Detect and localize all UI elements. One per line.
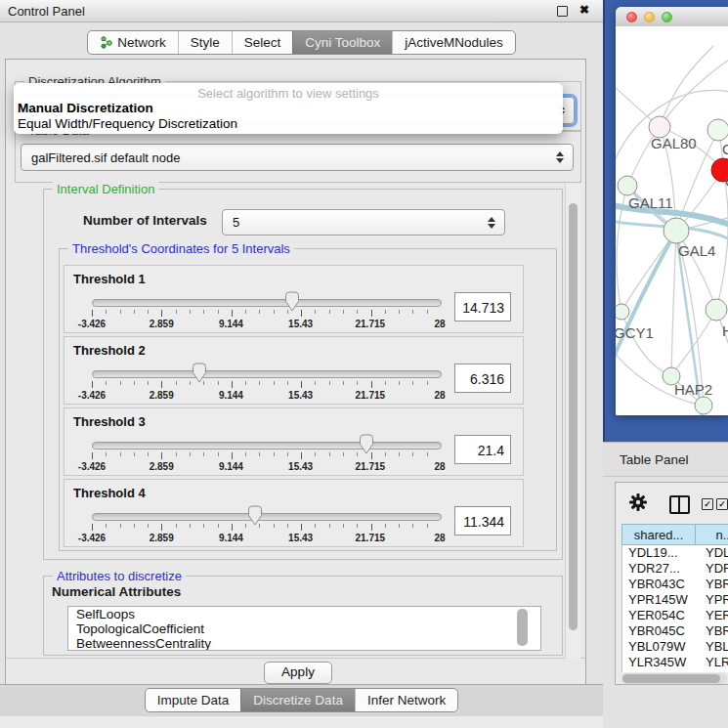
apply-button[interactable]: Apply bbox=[264, 662, 332, 684]
table-cell: YBL079W bbox=[622, 639, 703, 655]
column-header-shared-name[interactable]: shared... bbox=[621, 524, 696, 545]
tab-jactivemnodules[interactable]: jActiveMNodules bbox=[392, 31, 515, 54]
control-panel-tabs: Network Style Select Cyni Toolbox jActiv… bbox=[0, 30, 603, 55]
tick-label: 2.859 bbox=[150, 319, 174, 329]
dropdown-placeholder-item[interactable]: Select algorithm to view settings bbox=[14, 86, 563, 101]
tick-label: -3.426 bbox=[78, 533, 106, 543]
table-row[interactable]: YBR043CYBR0... bbox=[622, 577, 728, 592]
tab-infer-network[interactable]: Infer Network bbox=[355, 689, 457, 711]
slider-track[interactable] bbox=[92, 442, 442, 450]
network-window[interactable]: GAL80GACGAL11GAL4GCY1HHAP2 bbox=[616, 7, 728, 415]
horizontal-scrollbar[interactable] bbox=[621, 673, 727, 684]
table-panel-header: Table Panel bbox=[603, 442, 728, 477]
tab-discretize-data[interactable]: Discretize Data bbox=[240, 689, 355, 711]
tab-select[interactable]: Select bbox=[232, 31, 293, 54]
table-row[interactable]: YIL052CYIL0... bbox=[622, 670, 728, 672]
tick-label: 15.43 bbox=[288, 319, 313, 329]
threshold-value-field[interactable]: 11.344 bbox=[454, 506, 511, 535]
panel-title: Control Panel bbox=[8, 4, 85, 19]
gear-icon[interactable] bbox=[629, 493, 647, 511]
network-node-gal4[interactable] bbox=[664, 218, 689, 243]
cyni-toolbox-panel: Discretization Algorithm Select algorith… bbox=[5, 59, 586, 685]
node-label: GAL80 bbox=[651, 135, 697, 151]
algorithm-dropdown-popup: Select algorithm to view settings Manual… bbox=[14, 83, 563, 134]
table-row[interactable]: YBR045CYBR0... bbox=[622, 623, 728, 639]
slider-handle[interactable] bbox=[360, 434, 374, 454]
network-node-h-node[interactable] bbox=[706, 299, 727, 321]
node-label: HAP2 bbox=[674, 381, 712, 398]
table-row[interactable]: YBL079WYBL0... bbox=[622, 639, 728, 655]
close-traffic-light-icon[interactable] bbox=[626, 12, 637, 22]
checkbox-icon[interactable]: ✓ bbox=[702, 498, 713, 510]
threshold-slider[interactable]: -3.4262.8599.14415.4321.71528 bbox=[92, 337, 440, 406]
float-window-icon[interactable] bbox=[557, 6, 568, 17]
node-table-body[interactable]: YDL19...YDL1...YDR27...YDR2...YBR043CYBR… bbox=[621, 545, 728, 672]
network-node-gcy1[interactable] bbox=[616, 304, 629, 320]
table-row[interactable]: YER054CYER0... bbox=[622, 608, 728, 623]
slider-track[interactable] bbox=[92, 299, 442, 307]
dropdown-item-equal-width[interactable]: Equal Width/Frequency Discretization bbox=[14, 116, 563, 132]
tab-impute-data[interactable]: Impute Data bbox=[146, 689, 241, 711]
attribute-list-item[interactable]: TopologicalCoefficient bbox=[68, 621, 540, 636]
table-data-combobox[interactable]: galFiltered.sif default node bbox=[21, 144, 574, 171]
network-node-top-right[interactable] bbox=[707, 119, 728, 141]
column-header-name[interactable]: n... bbox=[696, 524, 728, 545]
slider-handle[interactable] bbox=[285, 291, 300, 312]
numerical-attributes-list[interactable]: SelfLoopsTopologicalCoefficientBetweenne… bbox=[67, 606, 541, 651]
table-row[interactable]: YPR145WYPR1... bbox=[622, 592, 728, 608]
tab-style[interactable]: Style bbox=[178, 31, 232, 54]
slider-major-ticks bbox=[92, 452, 441, 459]
threshold-value-field[interactable]: 21.4 bbox=[454, 435, 511, 464]
slider-handle[interactable] bbox=[248, 505, 263, 526]
close-icon[interactable]: ✖ bbox=[579, 3, 589, 17]
zoom-traffic-light-icon[interactable] bbox=[662, 12, 672, 22]
tab-label: Style bbox=[191, 31, 220, 54]
table-cell: YPR145W bbox=[622, 592, 703, 608]
network-canvas[interactable]: GAL80GACGAL11GAL4GCY1HHAP2 bbox=[616, 26, 728, 415]
tab-cyni-toolbox[interactable]: Cyni Toolbox bbox=[292, 31, 392, 54]
tab-label: Select bbox=[244, 31, 281, 54]
minimize-traffic-light-icon[interactable] bbox=[644, 12, 655, 22]
threshold-slider[interactable]: -3.4262.8599.14415.4321.71528 bbox=[92, 408, 440, 477]
number-of-intervals-combobox[interactable]: 5 bbox=[222, 209, 505, 236]
vertical-scrollbar[interactable] bbox=[565, 184, 580, 659]
threshold-slider[interactable]: -3.4262.8599.14415.4321.71528 bbox=[92, 266, 440, 334]
threshold-slider[interactable]: -3.4262.8599.14415.4321.71528 bbox=[92, 480, 440, 548]
tab-network[interactable]: Network bbox=[88, 31, 178, 54]
network-node-bottom[interactable] bbox=[695, 397, 712, 414]
slider-handle[interactable] bbox=[193, 363, 207, 383]
dropdown-item-manual-discretization[interactable]: Manual Discretization bbox=[14, 101, 563, 116]
tab-label: Cyni Toolbox bbox=[305, 31, 380, 54]
threshold-value-field[interactable]: 14.713 bbox=[454, 292, 511, 321]
split-panel-icon[interactable] bbox=[669, 495, 690, 514]
network-node-gal11[interactable] bbox=[618, 176, 637, 195]
attribute-list-item[interactable]: SelfLoops bbox=[68, 607, 540, 621]
table-row[interactable]: YDR27...YDR2... bbox=[622, 561, 728, 577]
threshold-panel: Threshold 4 -3.4262.8599.14415.4321.7152… bbox=[64, 479, 524, 547]
slider-scale: -3.4262.8599.14415.4321.71528 bbox=[92, 461, 440, 473]
network-edge[interactable] bbox=[716, 170, 728, 310]
node-table-widget: ✓ ✓ shared... n... YDL19...YDL1...YDR27.… bbox=[615, 482, 728, 685]
attribute-list-item[interactable]: BetweennessCentrality bbox=[68, 636, 540, 651]
interval-definition-group: Interval Definition Number of Intervals … bbox=[43, 189, 563, 560]
network-edge[interactable] bbox=[616, 231, 676, 366]
attributes-group: Attributes to discretize Numerical Attri… bbox=[43, 576, 563, 656]
network-edge[interactable] bbox=[660, 46, 713, 127]
table-cell: YBR043C bbox=[622, 577, 703, 592]
slider-track[interactable] bbox=[92, 370, 442, 378]
threshold-value-field[interactable]: 6.316 bbox=[454, 364, 511, 393]
table-row[interactable]: YDL19...YDL1... bbox=[622, 545, 728, 561]
scrollbar-thumb[interactable] bbox=[622, 674, 720, 683]
checkbox-icon[interactable]: ✓ bbox=[716, 498, 728, 510]
network-edge[interactable] bbox=[671, 231, 676, 376]
group-title: Attributes to discretize bbox=[53, 569, 186, 583]
tick-label: -3.426 bbox=[78, 319, 106, 329]
slider-scale: -3.4262.8599.14415.4321.71528 bbox=[92, 533, 440, 544]
table-cell: YLR345W bbox=[622, 655, 703, 670]
table-cell: YBR0... bbox=[703, 623, 728, 639]
list-scrollbar[interactable] bbox=[517, 609, 528, 646]
group-title: Threshold's Coordinates for 5 Intervals bbox=[68, 241, 294, 256]
slider-track[interactable] bbox=[92, 513, 442, 521]
table-row[interactable]: YLR345WYLR3... bbox=[622, 655, 728, 670]
scrollbar-thumb[interactable] bbox=[569, 203, 578, 630]
